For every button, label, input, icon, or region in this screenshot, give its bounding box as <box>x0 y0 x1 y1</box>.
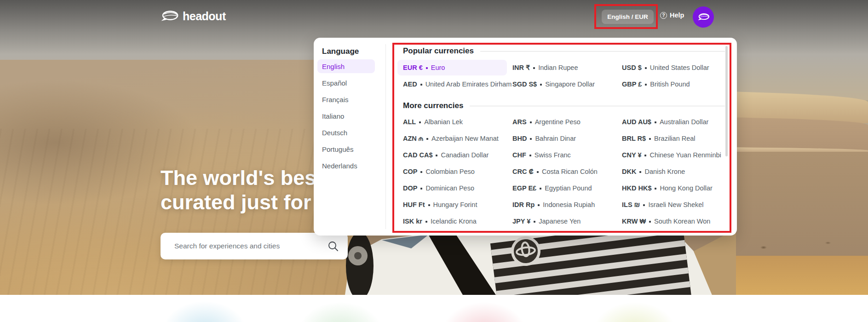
popular-currencies-header: Popular currencies <box>403 46 725 56</box>
user-avatar[interactable] <box>693 6 714 28</box>
currency-option[interactable]: SGD S$ Singapore Dollar <box>507 76 616 92</box>
currency-option[interactable]: JPY ¥ Japanese Yen <box>507 213 616 229</box>
language-option[interactable]: English <box>317 59 375 73</box>
currency-code: DKK <box>622 168 636 175</box>
currency-option[interactable]: HUF Ft Hungary Forint <box>397 197 507 213</box>
currency-name: Colombian Peso <box>425 168 474 175</box>
language-option[interactable]: Português <box>317 142 375 156</box>
currency-name: Israeli New Shekel <box>648 201 703 208</box>
currency-name: Australian Dollar <box>660 118 708 126</box>
currency-option[interactable]: AED United Arab Emirates Dirham <box>397 76 507 92</box>
language-option-label: Nederlands <box>322 162 357 170</box>
panel-divider <box>385 44 386 229</box>
hero-title: The world's best curated just for y <box>161 166 328 214</box>
currency-name: Egyptian Pound <box>545 184 592 192</box>
currency-code: GBP £ <box>622 80 642 88</box>
currency-code: INR ₹ <box>512 64 530 71</box>
search-icon[interactable] <box>328 241 339 252</box>
avatar-blimp-icon <box>697 12 710 22</box>
headout-logo[interactable]: headout <box>160 9 226 23</box>
language-option[interactable]: Italiano <box>317 109 375 123</box>
currency-name: Japanese Yen <box>539 218 581 225</box>
currency-code: CNY ¥ <box>622 151 641 159</box>
search-input[interactable] <box>161 233 348 259</box>
currency-option[interactable]: ISK kr Icelandic Krona <box>397 213 507 229</box>
currency-option[interactable]: EGP E£ Egyptian Pound <box>507 180 616 196</box>
currency-option[interactable]: AUD AU$ Australian Dollar <box>616 114 726 130</box>
currency-option[interactable]: INR ₹ Indian Rupee <box>507 60 616 75</box>
language-option[interactable]: Nederlands <box>317 159 375 172</box>
currency-name: South Korean Won <box>654 218 710 225</box>
currency-option[interactable]: AZN ₼ Azerbaijan New Manat <box>397 131 507 146</box>
hero-title-line2: curated just for y <box>161 190 328 214</box>
currency-option[interactable]: DKK Danish Krone <box>616 164 726 179</box>
currency-code: EUR € <box>403 64 423 71</box>
currency-option[interactable]: BHD Bahrain Dinar <box>507 131 616 146</box>
currency-code: DOP <box>403 184 417 192</box>
currency-name: Euro <box>431 64 445 71</box>
toyota-emblem <box>511 236 541 266</box>
currency-code: KRW ₩ <box>622 218 646 225</box>
currency-option[interactable]: ALL Albanian Lek <box>397 114 507 130</box>
currency-name: British Pound <box>650 80 690 88</box>
hero-title-line1: The world's best <box>161 166 328 190</box>
separator-dot <box>420 188 422 190</box>
currency-option[interactable]: COP Colombian Peso <box>397 164 507 179</box>
more-currencies-grid: ALL Albanian Lek ARS Argentine Peso AUD … <box>397 114 727 230</box>
popular-currencies-title: Popular currencies <box>403 46 474 56</box>
currency-option[interactable]: ARS Argentine Peso <box>507 114 616 130</box>
separator-dot <box>529 155 531 156</box>
currency-option[interactable]: EUR € Euro <box>397 60 507 75</box>
currency-name: Argentine Peso <box>535 118 581 126</box>
separator-dot <box>533 67 535 69</box>
currency-option[interactable]: CAD CA$ Canadian Dollar <box>397 147 507 163</box>
language-list: English Español Français Italiano Deutsc… <box>317 59 375 175</box>
popular-currencies-grid: EUR € Euro INR ₹ Indian Rupee USD $ Unit… <box>397 60 727 93</box>
currency-option[interactable]: HKD HK$ Hong Kong Dollar <box>616 180 726 196</box>
currency-code: IDR Rp <box>512 201 535 208</box>
separator-dot <box>425 221 427 223</box>
currency-option[interactable]: USD $ United States Dollar <box>616 60 726 75</box>
separator-dot <box>419 121 421 123</box>
currency-code: ILS ₪ <box>622 201 640 208</box>
separator-dot <box>420 171 422 173</box>
separator-dot <box>655 188 656 190</box>
locale-currency-button[interactable]: English / EUR <box>602 10 654 24</box>
currency-name: Brazilian Real <box>654 135 695 142</box>
currency-option[interactable]: ILS ₪ Israeli New Shekel <box>616 197 726 213</box>
currency-option[interactable]: IDR Rp Indonesia Rupiah <box>507 197 616 213</box>
separator-dot <box>540 84 542 86</box>
currency-name: Costa Rican Colón <box>542 168 598 175</box>
currency-option[interactable]: CNY ¥ Chinese Yuan Renminbi <box>616 147 726 163</box>
language-option-label: Français <box>322 96 349 104</box>
separator-dot <box>655 121 656 123</box>
suv-image <box>313 229 736 295</box>
separator-dot <box>428 204 430 206</box>
separator-dot <box>639 171 641 173</box>
currency-option[interactable]: KRW ₩ South Korean Won <box>616 213 726 229</box>
site-header: headout English / EUR ? Help <box>0 0 868 30</box>
currency-option[interactable]: BRL R$ Brazilian Real <box>616 131 726 146</box>
currency-option[interactable]: CHF Swiss Franc <box>507 147 616 163</box>
currency-code: USD $ <box>622 64 642 71</box>
language-option[interactable]: Deutsch <box>317 126 375 139</box>
separator-dot <box>426 67 428 69</box>
currency-code: EGP E£ <box>512 184 536 192</box>
currency-option[interactable]: CRC ₡ Costa Rican Colón <box>507 164 616 179</box>
help-link[interactable]: ? Help <box>660 12 684 19</box>
language-option[interactable]: Español <box>317 76 375 90</box>
separator-dot <box>530 138 532 140</box>
logo-text: headout <box>183 10 226 23</box>
currency-code: AZN ₼ <box>403 135 423 143</box>
language-option[interactable]: Français <box>317 92 375 106</box>
currency-code: ISK kr <box>403 218 422 225</box>
separator-dot <box>644 155 646 156</box>
currency-code: CHF <box>512 151 526 159</box>
scrollbar-thumb[interactable] <box>725 46 728 156</box>
currency-option[interactable]: GBP £ British Pound <box>616 76 726 92</box>
separator-dot <box>645 84 647 86</box>
currency-option[interactable]: DOP Dominican Peso <box>397 180 507 196</box>
separator-dot <box>538 204 540 206</box>
header-rule <box>480 51 725 52</box>
currency-name: United States Dollar <box>650 64 709 71</box>
